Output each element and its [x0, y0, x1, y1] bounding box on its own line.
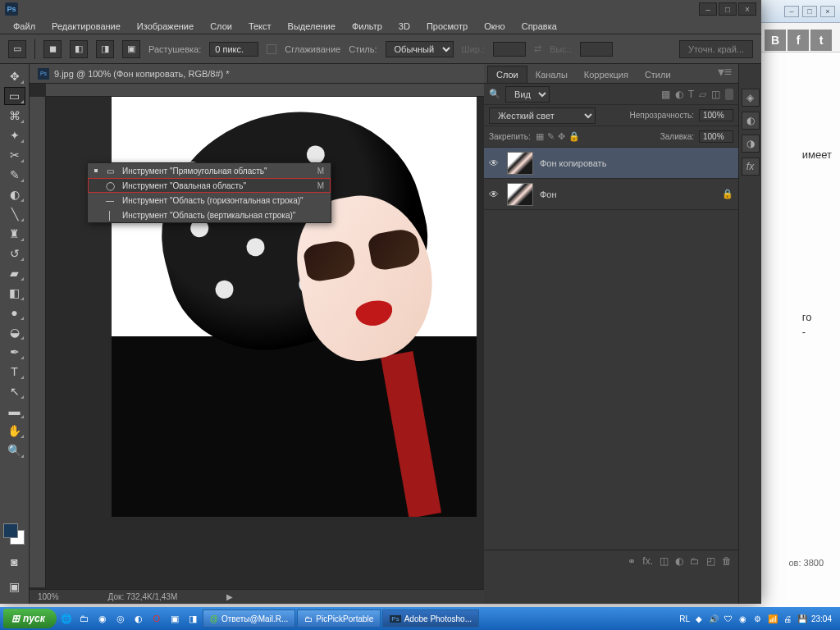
tray-icon[interactable]: 🛡	[723, 613, 734, 624]
tw-icon[interactable]: t	[810, 30, 832, 51]
ql-app2-icon[interactable]: ◎	[112, 610, 129, 627]
feather-input[interactable]	[209, 42, 258, 57]
menu-window[interactable]: Окно	[477, 20, 512, 33]
marquee-flyout[interactable]: ▭ Инструмент "Прямоугольная область" M ◯…	[87, 162, 331, 223]
opacity-input[interactable]	[699, 109, 733, 121]
eyedropper-tool[interactable]: ✎	[4, 166, 25, 184]
path-tool[interactable]: ↖	[4, 382, 25, 400]
taskbar[interactable]: ⊞ пуск 🌐 🗀 ◉ ◎ ◐ O ▣ ◨ @Ответы@Mail.R...…	[0, 607, 840, 630]
add-selection-icon[interactable]: ◧	[70, 40, 88, 58]
refine-edge-button[interactable]: Уточн. край...	[679, 40, 753, 58]
blend-mode-select[interactable]: Жесткий свет	[489, 107, 596, 124]
shape-tool[interactable]: ▬	[4, 402, 25, 420]
filter-shape-icon[interactable]: ▱	[699, 89, 706, 100]
clock[interactable]: 23:04	[811, 614, 832, 623]
new-layer-icon[interactable]: ◰	[706, 555, 715, 567]
history-brush-tool[interactable]: ↺	[4, 244, 25, 262]
ruler-horizontal[interactable]	[46, 84, 484, 97]
menu-layer[interactable]: Слои	[203, 20, 239, 33]
tab-styles[interactable]: Стили	[637, 66, 679, 83]
marquee-tool[interactable]: ▭	[4, 87, 25, 105]
document-tab[interactable]: Ps 9.jpg @ 100% (Фон копировать, RGB/8#)…	[30, 64, 484, 84]
ql-app5-icon[interactable]: ◨	[185, 610, 201, 627]
ps-close-button[interactable]: ×	[738, 2, 756, 16]
ps-minimize-button[interactable]: –	[699, 2, 717, 16]
task-mailru[interactable]: @Ответы@Mail.R...	[203, 609, 296, 628]
foreground-swatch[interactable]	[3, 523, 18, 538]
ql-folder-icon[interactable]: 🗀	[76, 610, 93, 627]
ql-app3-icon[interactable]: ◐	[130, 610, 147, 627]
brush-tool[interactable]: ╲	[4, 205, 25, 223]
adjustment-icon[interactable]: ◐	[675, 555, 683, 567]
lock-position-icon[interactable]: ✎	[547, 131, 555, 142]
visibility-icon[interactable]: 👁	[489, 158, 500, 169]
delete-layer-icon[interactable]: 🗑	[722, 555, 732, 567]
menu-help[interactable]: Справка	[515, 20, 564, 33]
flyout-rect-marquee[interactable]: ▭ Инструмент "Прямоугольная область" M	[88, 163, 331, 178]
healing-tool[interactable]: ◐	[4, 185, 25, 203]
stamp-tool[interactable]: ♜	[4, 225, 25, 243]
tray-icon[interactable]: ◉	[737, 613, 749, 624]
blur-tool[interactable]: ●	[4, 304, 25, 322]
style-select[interactable]: Обычный	[386, 41, 454, 57]
lock-pixels-icon[interactable]: ▦	[536, 131, 544, 142]
filter-smart-icon[interactable]: ◫	[711, 89, 720, 100]
dodge-tool[interactable]: ◒	[4, 323, 25, 341]
flyout-ellipse-marquee[interactable]: ◯ Инструмент "Овальная область" M	[88, 178, 331, 193]
dock-styles-icon[interactable]: fx	[742, 158, 760, 176]
subtract-selection-icon[interactable]: ◨	[96, 40, 114, 58]
layer-thumb[interactable]	[507, 183, 533, 206]
wand-tool[interactable]: ✦	[4, 126, 25, 144]
layer-filter-select[interactable]: Вид	[505, 86, 550, 103]
ps-titlebar[interactable]: Ps – □ ×	[0, 0, 761, 18]
dock-layers-icon[interactable]: ◈	[742, 89, 760, 107]
group-icon[interactable]: 🗀	[690, 555, 700, 567]
menu-edit[interactable]: Редактирование	[45, 20, 127, 33]
ruler-vertical[interactable]	[30, 97, 46, 587]
gradient-tool[interactable]: ◧	[4, 284, 25, 302]
tab-adjustments[interactable]: Коррекция	[576, 66, 637, 83]
status-arrow-icon[interactable]: ▶	[226, 592, 233, 601]
ps-maximize-button[interactable]: □	[719, 2, 737, 16]
filter-toggle[interactable]	[725, 89, 733, 100]
bg-minimize[interactable]: –	[784, 6, 799, 17]
lang-indicator[interactable]: RL	[679, 614, 690, 623]
ql-opera-icon[interactable]: O	[148, 610, 165, 627]
intersect-selection-icon[interactable]: ▣	[122, 40, 140, 58]
layer-thumb[interactable]	[507, 152, 533, 175]
menu-select[interactable]: Выделение	[281, 20, 342, 33]
task-picpick[interactable]: 🗀PicPickPortable	[297, 609, 381, 628]
menu-image[interactable]: Изображение	[130, 20, 200, 33]
layer-row[interactable]: 👁 Фон копировать	[484, 148, 738, 179]
type-tool[interactable]: T	[4, 363, 25, 381]
fill-input[interactable]	[699, 130, 733, 143]
ql-browser-icon[interactable]: 🌐	[58, 610, 75, 627]
tray-icon[interactable]: ◆	[693, 613, 705, 624]
eraser-tool[interactable]: ▰	[4, 264, 25, 282]
layer-row[interactable]: 👁 Фон 🔒	[484, 179, 738, 210]
menu-text[interactable]: Текст	[242, 20, 278, 33]
menu-filter[interactable]: Фильтр	[345, 20, 389, 33]
crop-tool[interactable]: ✂	[4, 146, 25, 164]
start-button[interactable]: ⊞ пуск	[3, 609, 57, 628]
panel-tabs[interactable]: Слои Каналы Коррекция Стили ▾≡	[484, 64, 738, 84]
hand-tool[interactable]: ✋	[4, 422, 25, 440]
ps-menubar[interactable]: Файл Редактирование Изображение Слои Тек…	[0, 18, 761, 34]
tool-preset-icon[interactable]: ▭	[8, 40, 26, 58]
lasso-tool[interactable]: ⌘	[4, 107, 25, 125]
fb-icon[interactable]: f	[788, 30, 809, 51]
antialias-checkbox[interactable]	[267, 44, 276, 54]
menu-file[interactable]: Файл	[7, 20, 42, 33]
vk-icon[interactable]: B	[765, 30, 786, 51]
task-photoshop[interactable]: PsAdobe Photosho...	[382, 609, 479, 628]
tray-icon[interactable]: ⚙	[752, 613, 764, 624]
dock-adjust-icon[interactable]: ◑	[742, 135, 760, 153]
pen-tool[interactable]: ✒	[4, 343, 25, 361]
tab-layers[interactable]: Слои	[487, 66, 527, 83]
tab-channels[interactable]: Каналы	[527, 66, 576, 83]
quickmask-button[interactable]: ◙	[4, 553, 25, 571]
tray-icon[interactable]: 📶	[767, 613, 778, 624]
bg-maximize[interactable]: □	[802, 6, 817, 17]
filter-img-icon[interactable]: ▩	[661, 89, 670, 100]
flyout-col-marquee[interactable]: │ Инструмент "Область (вертикальная стро…	[88, 208, 331, 222]
